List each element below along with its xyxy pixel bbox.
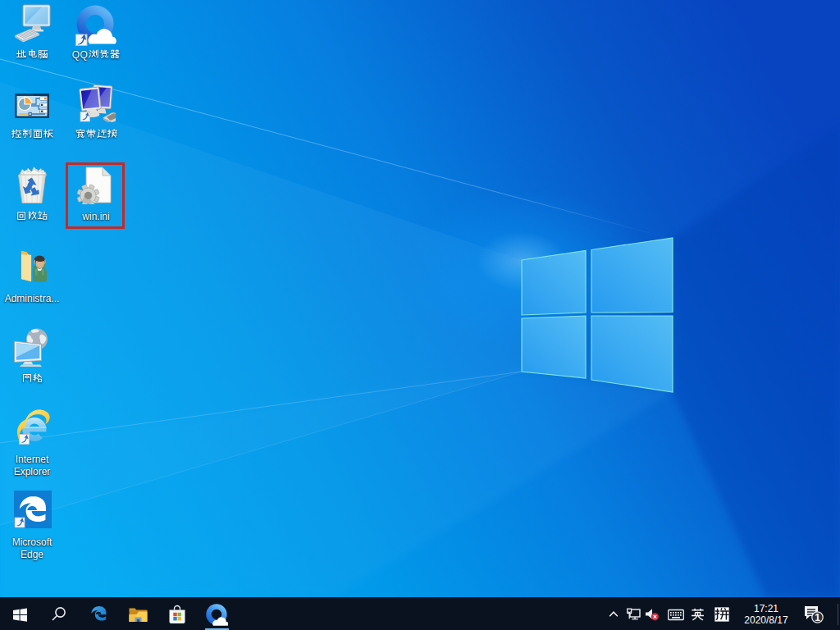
svg-text:1: 1 [815, 612, 820, 623]
